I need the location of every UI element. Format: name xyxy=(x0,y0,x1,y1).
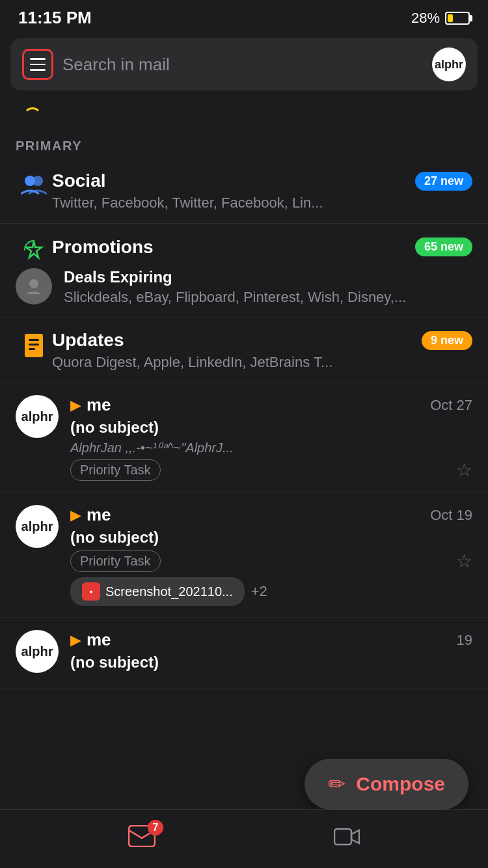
email3-subject: (no subject) xyxy=(70,653,472,671)
email-row-1[interactable]: alphr ▶ me Oct 27 (no subject) AlphrJan … xyxy=(0,383,488,493)
menu-button[interactable] xyxy=(22,49,53,80)
mail-item-updates[interactable]: Updates 9 new Quora Digest, Apple, Linke… xyxy=(0,318,488,383)
promo-sub-text: Slickdeals, eBay, Flipboard, Pinterest, … xyxy=(64,289,406,306)
loading-spinner xyxy=(23,107,42,126)
email1-avatar: alphr xyxy=(16,395,59,438)
updates-badge: 9 new xyxy=(422,331,472,350)
social-subtitle: Twitter, Facebook, Twitter, Facebook, Li… xyxy=(52,195,472,211)
updates-title: Updates xyxy=(52,330,124,351)
compose-label: Compose xyxy=(356,773,445,795)
search-bar: Search in mail alphr xyxy=(10,38,478,90)
email3-sender-row: ▶ me xyxy=(70,630,111,650)
star-icon-2[interactable]: ☆ xyxy=(456,550,472,572)
promo-sub-item: Deals Expiring Slickdeals, eBay, Flipboa… xyxy=(16,268,406,306)
compose-button[interactable]: ✏ Compose xyxy=(305,759,468,809)
email1-preview: AlphrJan ,,.-•~¹⁰ᵃ^~"AlphrJ... xyxy=(70,440,472,455)
status-bar: 11:15 PM 28% xyxy=(0,0,488,33)
social-badge: 27 new xyxy=(415,172,472,191)
email3-avatar: alphr xyxy=(16,630,59,673)
attach-more: +2 xyxy=(251,583,267,600)
email3-content: ▶ me 19 (no subject) xyxy=(70,630,472,675)
social-title: Social xyxy=(52,170,105,191)
promo-badge: 65 new xyxy=(415,237,472,256)
promo-sub-avatar xyxy=(16,268,52,305)
status-right: 28% xyxy=(411,10,470,27)
svg-point-2 xyxy=(29,279,38,288)
email2-sender: me xyxy=(87,505,111,525)
email1-content: ▶ me Oct 27 (no subject) AlphrJan ,,.-•~… xyxy=(70,395,472,481)
avatar-text: alphr xyxy=(435,58,463,72)
forward-arrow-icon-3: ▶ xyxy=(70,632,81,649)
email2-tags: Priority Task ☆ xyxy=(70,550,472,572)
mail-item-social[interactable]: Social 27 new Twitter, Facebook, Twitter… xyxy=(0,159,488,224)
priority-tag-1: Priority Task xyxy=(70,459,161,481)
mail-nav-button[interactable]: 7 xyxy=(128,825,156,853)
status-time: 11:15 PM xyxy=(18,8,92,28)
email-row-2[interactable]: alphr ▶ me Oct 19 (no subject) Priority … xyxy=(0,493,488,618)
email2-avatar: alphr xyxy=(16,505,59,548)
attachment-icon: ▪ xyxy=(82,582,100,601)
compose-pencil-icon: ✏ xyxy=(328,772,346,796)
promo-title: Promotions xyxy=(52,237,154,258)
battery-fill xyxy=(448,14,453,22)
forward-arrow-icon: ▶ xyxy=(70,397,81,414)
loading-area xyxy=(0,98,488,132)
mail-item-promotions[interactable]: Promotions 65 new Deals Expiring Slickde… xyxy=(0,224,488,318)
promo-sub-title: Deals Expiring xyxy=(64,268,406,286)
email2-subject: (no subject) xyxy=(70,528,472,547)
email2-content: ▶ me Oct 19 (no subject) Priority Task ☆… xyxy=(70,505,472,606)
updates-content: Updates 9 new Quora Digest, Apple, Linke… xyxy=(52,330,472,371)
social-content: Social 27 new Twitter, Facebook, Twitter… xyxy=(52,170,472,211)
updates-icon xyxy=(16,332,52,359)
email2-sender-row: ▶ me xyxy=(70,505,111,525)
email1-subject: (no subject) xyxy=(70,418,472,437)
attachment-name: Screenshot_202110... xyxy=(105,584,233,599)
battery-text: 28% xyxy=(411,10,440,27)
email-row-3[interactable]: alphr ▶ me 19 (no subject) xyxy=(0,618,488,688)
svg-point-1 xyxy=(33,176,43,186)
video-nav-button[interactable] xyxy=(334,826,360,852)
section-label: PRIMARY xyxy=(0,132,488,159)
attachment-row: ▪ Screenshot_202110... +2 xyxy=(70,577,472,606)
email1-date: Oct 27 xyxy=(430,397,472,414)
updates-subtitle: Quora Digest, Apple, LinkedIn, JetBrains… xyxy=(52,354,472,371)
social-icon xyxy=(16,173,52,197)
mail-nav-badge: 7 xyxy=(148,820,163,835)
promo-header: Promotions 65 new xyxy=(52,237,472,261)
email1-sender-row: ▶ me xyxy=(70,395,111,415)
svg-rect-5 xyxy=(29,344,39,346)
email1-tags: Priority Task ☆ xyxy=(70,459,472,481)
forward-arrow-icon-2: ▶ xyxy=(70,507,81,524)
battery-icon xyxy=(445,12,470,25)
email3-sender: me xyxy=(87,630,111,650)
star-icon-1[interactable]: ☆ xyxy=(456,459,472,481)
email3-date: 19 xyxy=(457,632,472,649)
email1-sender: me xyxy=(87,395,111,415)
search-input[interactable]: Search in mail xyxy=(62,55,423,75)
svg-rect-6 xyxy=(29,348,35,350)
promo-sub-content: Deals Expiring Slickdeals, eBay, Flipboa… xyxy=(64,268,406,306)
priority-tag-2: Priority Task xyxy=(70,550,161,572)
email2-date: Oct 19 xyxy=(430,507,472,524)
svg-rect-8 xyxy=(334,829,351,845)
svg-rect-4 xyxy=(29,339,39,341)
attachment-pill[interactable]: ▪ Screenshot_202110... xyxy=(70,577,245,606)
promo-icon xyxy=(16,238,52,262)
avatar[interactable]: alphr xyxy=(432,47,466,81)
bottom-nav: 7 xyxy=(0,809,488,868)
